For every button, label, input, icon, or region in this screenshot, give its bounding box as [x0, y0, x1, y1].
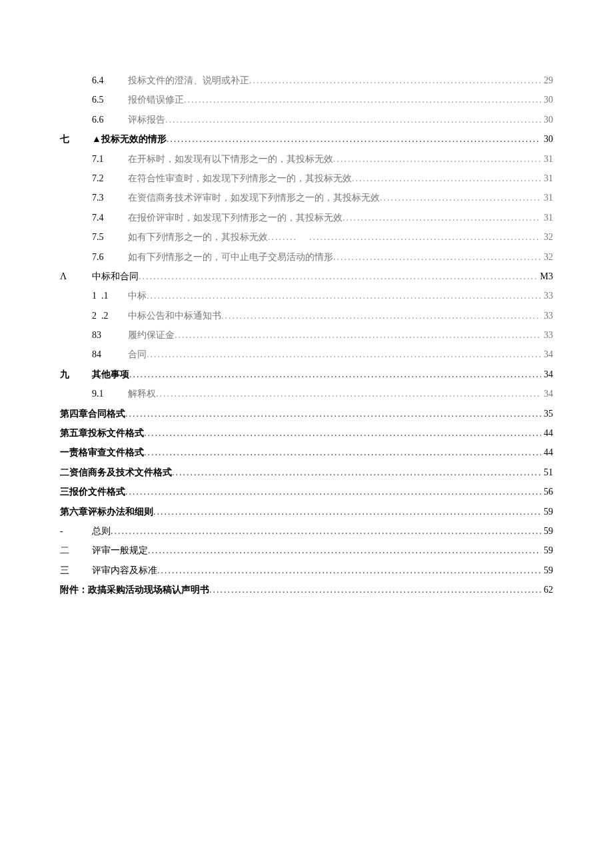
toc-number: 7.6: [92, 250, 128, 265]
toc-title: 评审一般规定: [92, 543, 148, 558]
toc-page-number: 34: [541, 367, 553, 382]
toc-title: 评标报告: [128, 113, 165, 127]
toc-title: 在开标时，如发现有以下情形之一的，其投标无效: [128, 152, 333, 167]
toc-page-number: 33: [541, 289, 553, 303]
toc-title: 报价错误修正: [128, 93, 184, 107]
toc-leader-dots: ........................................…: [167, 132, 541, 147]
toc-leader-dots: ........................................…: [157, 563, 541, 578]
toc-leader-dots: ........................................…: [165, 113, 541, 127]
toc-leader-dots: ........................................…: [148, 543, 541, 558]
toc-entry: 1 .1中标..................................…: [60, 289, 553, 303]
toc-number: 2 .2: [92, 309, 128, 323]
toc-number: 7.3: [92, 191, 128, 205]
toc-entry: 83履约保证金.................................…: [60, 328, 553, 343]
toc-entry: 84合同....................................…: [60, 347, 553, 362]
toc-entry: 九其他事项...................................…: [60, 367, 553, 382]
toc-page-number: 34: [541, 387, 553, 401]
toc-leader-dots: ........................................…: [342, 211, 541, 225]
toc-chapter-title: 三报价文件格式: [60, 485, 125, 499]
toc-title: 在报价评审时，如发现下列情形之一的，其投标无效: [128, 211, 342, 225]
toc-page-number: 59: [541, 563, 553, 578]
toc-entry: 7.3在资信商务技术评审时，如发现下列情形之一的，其投标无效..........…: [60, 191, 553, 205]
toc-entry: 第四章合同格式.................................…: [60, 407, 553, 421]
toc-leader-dots: ........................................…: [249, 73, 541, 88]
toc-entry: -总则.....................................…: [60, 524, 553, 539]
toc-page-number: 59: [541, 524, 553, 539]
toc-section-number: 二: [60, 543, 92, 558]
toc-page-number: 59: [541, 543, 553, 558]
toc-title: 中标公告和中标通知书: [128, 309, 221, 323]
toc-entry: 6.6评标报告.................................…: [60, 113, 553, 127]
toc-chapter-title: 第四章合同格式: [60, 407, 125, 421]
toc-leader-dots: ........................................…: [111, 524, 541, 539]
toc-leader-dots: ........................................…: [209, 583, 541, 597]
toc-number: 6.5: [92, 93, 128, 107]
toc-title: 如有下列情形之一的，其投标无效: [128, 230, 268, 245]
toc-page-number: 62: [541, 583, 553, 597]
toc-title: 履约保证金: [128, 328, 175, 343]
toc-entry: 三报价文件格式.................................…: [60, 485, 553, 499]
toc-page-number: 31: [541, 152, 553, 167]
toc-entry: 附件：政搞采购活动现场稿认声明书........................…: [60, 583, 553, 597]
toc-page-number: 44: [541, 445, 553, 460]
toc-page-number: 32: [541, 250, 553, 265]
toc-chapter-title: 一责格审查文件格式: [60, 445, 144, 460]
toc-entry: Λ中标和合同..................................…: [60, 269, 553, 284]
toc-chapter-title: 第六章评标办法和细则: [60, 505, 153, 519]
toc-leader-dots: ........................................…: [268, 230, 541, 245]
toc-title: 中标和合同: [92, 269, 139, 284]
toc-section-number: 七: [60, 132, 92, 147]
toc-title: 在资信商务技术评审时，如发现下列情形之一的，其投标无效: [128, 191, 380, 205]
toc-title: 中标: [128, 289, 147, 303]
toc-title: 总则: [92, 524, 111, 539]
toc-title: 合同: [128, 347, 147, 362]
toc-chapter-title: 二资信商务及技术文件格式: [60, 465, 172, 480]
toc-page-number: 31: [541, 171, 553, 186]
toc-entry: 二资信商务及技术文件格式............................…: [60, 465, 553, 480]
toc-page-number: 33: [541, 309, 553, 323]
toc-section-number: 三: [60, 563, 92, 578]
toc-entry: 6.5报价错误修正...............................…: [60, 93, 553, 107]
toc-number: 7.1: [92, 152, 128, 167]
toc-number: 6.4: [92, 73, 128, 88]
toc-number: 1 .1: [92, 289, 128, 303]
toc-section-number: -: [60, 524, 92, 539]
toc-page-number: 31: [541, 191, 553, 205]
toc-entry: 7.4在报价评审时，如发现下列情形之一的，其投标无效..............…: [60, 211, 553, 225]
toc-entry: 第五章投标文件格式...............................…: [60, 426, 553, 441]
toc-leader-dots: ........................................…: [153, 505, 541, 519]
toc-title: 其他事项: [92, 367, 129, 382]
toc-entry: 9.1解释权..................................…: [60, 387, 553, 401]
toc-leader-dots: ........................................…: [147, 347, 541, 362]
toc-section-number: Λ: [60, 269, 92, 284]
toc-page-number: 34: [541, 347, 553, 362]
toc-section-number: 九: [60, 367, 92, 382]
toc-page-number: 30: [541, 132, 553, 147]
toc-leader-dots: ........................................…: [333, 152, 541, 167]
toc-title: 评审内容及标准: [92, 563, 157, 578]
toc-leader-dots: ........................................…: [221, 309, 541, 323]
toc-page-number: 35: [541, 407, 553, 421]
toc-page-number: 29: [541, 73, 553, 88]
toc-leader-dots: ........................................…: [144, 426, 541, 441]
toc-entry: 7.6如有下列情形之一的，可中止电子交易活动的情形...............…: [60, 250, 553, 265]
toc-leader-dots: ........................................…: [139, 269, 538, 284]
toc-title: 解释权: [128, 387, 156, 401]
toc-entry: 七▲投标无效的情形...............................…: [60, 132, 553, 147]
toc-page-number: 31: [541, 211, 553, 225]
toc-page-number: 33: [541, 328, 553, 343]
toc-title: 在符合性审查时，如发现下列情形之一的，其投标无效: [128, 171, 352, 186]
toc-leader-dots: ........................................…: [156, 387, 541, 401]
toc-leader-dots: ........................................…: [147, 289, 541, 303]
toc-page-number: 44: [541, 426, 553, 441]
toc-chapter-title: 第五章投标文件格式: [60, 426, 144, 441]
toc-entry: 三评审内容及标准................................…: [60, 563, 553, 578]
toc-chapter-title: 附件：政搞采购活动现场稿认声明书: [60, 583, 209, 597]
toc-title: 投标文件的澄清、说明或补正: [128, 73, 249, 88]
toc-page-number: 51: [541, 465, 553, 480]
toc-page-number: 59: [541, 505, 553, 519]
table-of-contents: 6.4投标文件的澄清、说明或补正........................…: [60, 73, 553, 598]
toc-entry: 6.4投标文件的澄清、说明或补正........................…: [60, 73, 553, 88]
toc-entry: 2 .2中标公告和中标通知书..........................…: [60, 309, 553, 323]
toc-entry: 7.1在开标时，如发现有以下情形之一的，其投标无效...............…: [60, 152, 553, 167]
